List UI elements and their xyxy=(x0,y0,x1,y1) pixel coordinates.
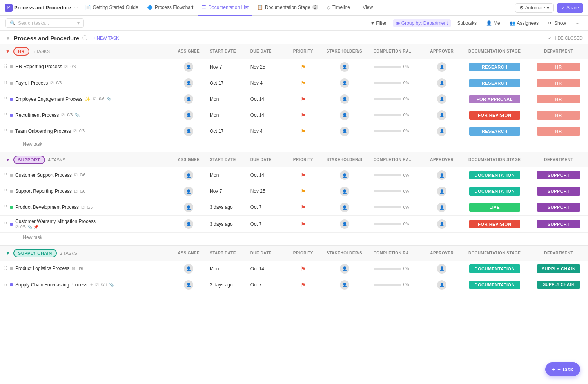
task-color-indicator xyxy=(10,190,13,193)
show-button[interactable]: 👁 Show xyxy=(545,19,569,27)
task-name[interactable]: HR Reporting Process xyxy=(15,64,62,69)
drag-handle[interactable]: ⠿ xyxy=(4,188,7,194)
completion-bar: 0% xyxy=(374,266,420,271)
start-date: Nov 7 xyxy=(206,183,247,199)
support-collapse-icon[interactable]: ▼ xyxy=(5,157,10,163)
filter-button[interactable]: ⧩ Filter xyxy=(367,19,390,27)
due-date: Oct 7 xyxy=(247,199,287,216)
stakeholder-avatar: 👤 xyxy=(340,280,349,290)
drag-handle[interactable]: ⠿ xyxy=(4,205,7,210)
attachment-icon: 📎 xyxy=(27,225,32,229)
priority-flag: ⚑ xyxy=(301,128,306,134)
stakeholder-avatar: 👤 xyxy=(340,219,349,229)
completion-pct: 0% xyxy=(403,266,409,271)
col-header-approver-support: APPROVER xyxy=(424,152,460,167)
group-by-button[interactable]: ◉ Group by: Department xyxy=(393,19,451,27)
task-name[interactable]: Customer Warranty Mitigation Process xyxy=(15,219,96,224)
group-icon: ◉ xyxy=(396,20,400,26)
start-date: 3 days ago xyxy=(206,277,247,293)
task-color-indicator xyxy=(10,267,13,270)
col-header-approver-hr: APPROVER xyxy=(424,44,460,59)
tab-documentation-list[interactable]: ☰ Documentation List xyxy=(198,0,252,16)
due-date: Oct 14 xyxy=(247,167,287,183)
dept-badge: HR xyxy=(537,95,580,103)
tab-documentation-stage[interactable]: 📋 Documentation Stage 2 xyxy=(253,0,322,16)
doc-stage-badge: RESEARCH xyxy=(469,63,520,71)
nav-more-dots[interactable]: ··· xyxy=(73,4,78,11)
start-date: Mon xyxy=(206,91,247,107)
drag-handle[interactable]: ⠿ xyxy=(4,221,7,227)
drag-handle[interactable]: ⠿ xyxy=(4,112,7,118)
assignees-button[interactable]: 👥 Assignees xyxy=(506,19,542,27)
drag-handle[interactable]: ⠿ xyxy=(4,80,7,86)
task-name[interactable]: Customer Support Process xyxy=(15,172,72,178)
hr-new-task-row: + New task xyxy=(0,139,588,152)
doc-stage-badge: DOCUMENTATION xyxy=(469,281,520,289)
hr-group: ▼ HR 5 TASKS ASSIGNEE START DATE DUE DAT… xyxy=(0,44,588,293)
completion-pct: 0% xyxy=(403,65,409,69)
doc-stage-badge: FOR REVISION xyxy=(469,111,520,120)
new-task-button[interactable]: + NEW TASK xyxy=(91,35,121,41)
hr-new-task-link[interactable]: + New task xyxy=(19,141,42,147)
add-view-btn[interactable]: + View xyxy=(355,0,377,16)
subtask-count: 0/6 xyxy=(79,129,85,133)
start-date: 3 days ago xyxy=(206,199,247,216)
task-table: ▼ HR 5 TASKS ASSIGNEE START DATE DUE DAT… xyxy=(0,44,588,293)
due-date: Nov 25 xyxy=(247,183,287,199)
more-options-button[interactable]: ··· xyxy=(572,19,583,27)
tab-process-flowchart[interactable]: 🔷 Process Flowchart xyxy=(143,0,198,16)
task-name[interactable]: Support Reporting Process xyxy=(15,188,72,194)
approver-avatar: 👤 xyxy=(437,219,446,229)
priority-flag: ⚑ xyxy=(301,80,306,86)
dept-badge: HR xyxy=(537,111,580,120)
completion-pct: 0% xyxy=(403,189,409,194)
drag-handle[interactable]: ⠿ xyxy=(4,282,7,288)
avatar: 👤 xyxy=(184,110,193,120)
col-header-start-hr: START DATE xyxy=(206,44,247,59)
task-name[interactable]: Supply Chain Forecasting Process xyxy=(15,282,87,288)
avatar: 👤 xyxy=(184,219,193,229)
task-name[interactable]: Recruitment Process xyxy=(15,112,59,118)
subtask-count: 0/6 xyxy=(78,266,83,271)
task-name[interactable]: Payroll Process xyxy=(15,80,48,86)
dots-icon: ··· xyxy=(575,20,579,26)
drag-handle[interactable]: ⠿ xyxy=(4,129,7,134)
due-date: Oct 7 xyxy=(247,277,287,293)
check-icon: ☑ xyxy=(74,189,78,194)
task-name[interactable]: Team Onboarding Process xyxy=(15,129,71,134)
completion-pct: 0% xyxy=(403,97,409,101)
drag-handle[interactable]: ⠿ xyxy=(4,172,7,178)
hide-closed-button[interactable]: ✓ HIDE CLOSED xyxy=(548,36,583,41)
automate-button[interactable]: ⚙ Automate ▾ xyxy=(515,3,554,13)
completion-bar: 0% xyxy=(374,173,420,178)
drag-handle[interactable]: ⠿ xyxy=(4,64,7,69)
task-name[interactable]: Product Logistics Process xyxy=(15,266,69,271)
stakeholder-avatar: 👤 xyxy=(340,170,349,180)
doc-stage-badge: LIVE xyxy=(469,203,520,212)
task-name[interactable]: Employee Engagement Process xyxy=(15,96,82,102)
supply-collapse-icon[interactable]: ▼ xyxy=(5,250,10,256)
hr-collapse-icon[interactable]: ▼ xyxy=(5,49,10,54)
me-button[interactable]: 👤 Me xyxy=(483,19,503,27)
support-new-task-link[interactable]: + New task xyxy=(19,235,42,240)
search-box[interactable]: 🔍 Search tasks... ▾ xyxy=(5,18,84,28)
subtasks-button[interactable]: Subtasks xyxy=(454,19,480,27)
avatar: 👤 xyxy=(184,280,193,290)
subtask-count: 0/6 xyxy=(70,65,76,69)
attachment-icon: 📎 xyxy=(107,97,111,101)
task-name[interactable]: Product Development Process xyxy=(15,205,79,210)
tab-getting-started[interactable]: 📄 Getting Started Guide xyxy=(81,0,142,16)
pin-icon: 📌 xyxy=(34,225,38,229)
collapse-icon[interactable]: ▼ xyxy=(5,35,11,41)
doc-icon: 📄 xyxy=(85,5,91,10)
tab-timeline[interactable]: ◇ Timeline xyxy=(323,0,354,16)
table-row: ⠿ Supply Chain Forecasting Process ✦ ☑ 0… xyxy=(0,277,588,293)
subtask-count: 0/6 xyxy=(80,189,85,194)
dept-badge: SUPPORT xyxy=(537,171,580,179)
table-row: ⠿ HR Reporting Process ☑ 0/6 👤 Nov 7 Nov… xyxy=(0,59,588,75)
priority-flag: ⚑ xyxy=(301,96,306,102)
share-button[interactable]: ↗ Share xyxy=(557,3,583,13)
drag-handle[interactable]: ⠿ xyxy=(4,96,7,102)
priority-flag: ⚑ xyxy=(301,282,306,288)
drag-handle[interactable]: ⠿ xyxy=(4,266,7,271)
